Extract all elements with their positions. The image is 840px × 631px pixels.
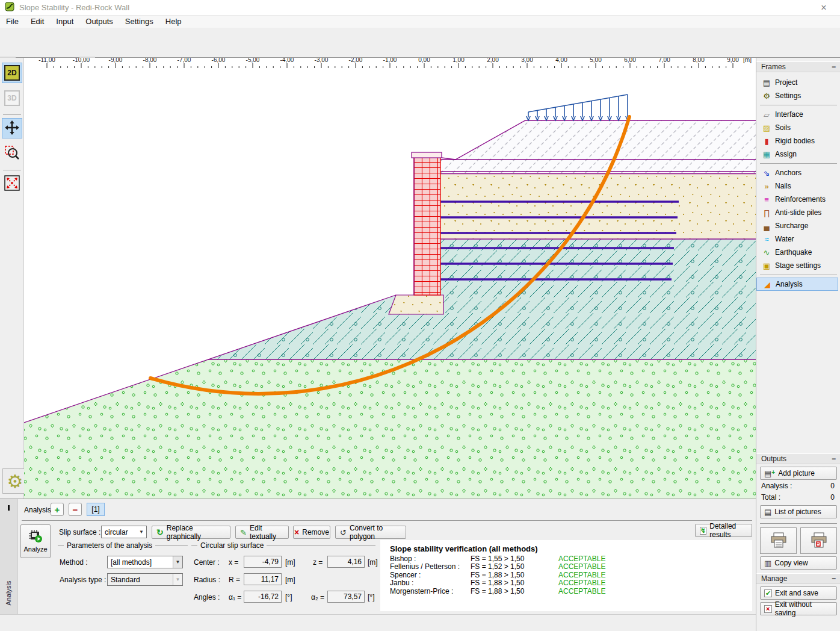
method-select[interactable]: [all methods] ▼ (107, 556, 183, 568)
menu-help[interactable]: Help (159, 16, 188, 28)
view-3d-button[interactable]: 3D (2, 88, 22, 108)
chevron-down-icon: ▼ (173, 574, 182, 585)
svg-text:2,00: 2,00 (487, 58, 499, 63)
view-toolbar: 2D 3D ⚙ (0, 58, 24, 499)
convert-to-polygon-button[interactable]: ↺ Convert to polygon (335, 526, 406, 539)
svg-text:-2,00: -2,00 (349, 58, 363, 63)
menu-file[interactable]: File (0, 16, 25, 28)
3d-icon: 3D (4, 90, 20, 106)
analyze-chip-icon (28, 530, 43, 544)
replace-graphically-button[interactable]: ↻ Replace graphically (152, 526, 230, 539)
gear-icon: ⚙ (7, 471, 23, 492)
menu-settings[interactable]: Settings (119, 16, 159, 28)
sidebar-item-settings[interactable]: ⚙Settings (756, 89, 840, 102)
edit-textually-button[interactable]: ✎ Edit textually (235, 526, 289, 539)
red-x-icon: × (294, 527, 299, 537)
analyze-button[interactable]: Analyze (20, 524, 51, 558)
exit-without-saving-button[interactable]: × Exit without saving (760, 602, 837, 615)
frames-header[interactable]: Frames − (756, 61, 840, 72)
add-picture-button[interactable]: ▤+ Add picture (760, 467, 837, 480)
outputs-collapse-icon[interactable]: − (832, 455, 836, 463)
exit-and-save-button[interactable]: ✔ Exit and save (760, 586, 837, 600)
center-x-field[interactable]: -4,79 (244, 556, 282, 568)
window-title: Slope Stability - Redi-Rock Wall (19, 3, 129, 12)
copy-view-button[interactable]: ▥ Copy view (760, 556, 837, 570)
close-icon[interactable]: × (816, 2, 832, 14)
move-arrows-icon (4, 120, 20, 137)
retaining-wall (412, 152, 442, 295)
add-analysis-button[interactable]: + (51, 503, 64, 516)
sidebar-item-project[interactable]: ▤Project (756, 76, 840, 89)
result-row-morgenstern: Morgenstern-Price :FS = 1,88 > 1,50ACCEP… (390, 588, 743, 595)
alpha2-field[interactable]: 73,57 (327, 591, 365, 603)
analysis-tab-1[interactable]: [1] (87, 503, 105, 516)
radius-field[interactable]: 11,17 (244, 573, 282, 585)
sidebar-item-rigid-bodies[interactable]: ▮Rigid bodies (756, 134, 840, 148)
printer-document-icon (810, 532, 828, 550)
chevron-down-icon: ▼ (173, 556, 182, 568)
menu-outputs[interactable]: Outputs (79, 16, 119, 28)
circular-slip-group: Circular slip surface Center : x = -4,79… (191, 542, 375, 608)
result-row-bishop: Bishop :FS = 1,55 > 1,50ACCEPTABLE (390, 555, 743, 563)
sidebar-item-analysis[interactable]: ◢Analysis (756, 278, 838, 291)
analysis-type-label: Analysis type : (60, 576, 106, 584)
svg-text:-4,00: -4,00 (280, 58, 294, 63)
main-toolbar: Edit ↶ ▾ ↷ ▾ Stage + − [1] (0, 28, 840, 58)
view-2d-button[interactable]: 2D (2, 63, 22, 83)
detailed-results-button[interactable]: ↯ Detailed results (695, 524, 752, 537)
alpha1-field[interactable]: -16,72 (244, 591, 282, 603)
remove-analysis-button[interactable]: − (69, 503, 82, 516)
fit-to-screen-button[interactable] (2, 173, 22, 194)
print-document-button[interactable] (800, 527, 837, 554)
sidebar-item-anti-slide-piles[interactable]: ∏Anti-slide piles (756, 206, 840, 219)
manage-collapse-icon[interactable]: − (832, 574, 836, 583)
center-z-field[interactable]: 4,16 (327, 556, 365, 568)
svg-text:-9,00: -9,00 (109, 58, 123, 63)
alpha2-label: α₂ = (311, 593, 324, 601)
svg-text:[m]: [m] (743, 58, 752, 63)
zoom-button[interactable] (2, 143, 22, 164)
sidebar-item-stage-settings[interactable]: ▣Stage settings (756, 259, 840, 272)
remove-button[interactable]: × Remove (293, 526, 330, 539)
sidebar-item-surcharge[interactable]: ▄Surcharge (756, 219, 840, 232)
sidebar-item-reinforcements[interactable]: ≡Reinforcements (756, 193, 840, 206)
svg-text:6,00: 6,00 (624, 58, 636, 63)
total-count-row: Total :0 (756, 492, 840, 503)
slip-surface-select[interactable]: circular ▼ (101, 526, 147, 538)
status-badge: ACCEPTABLE (558, 571, 605, 579)
sidebar-item-soils[interactable]: ▨Soils (756, 121, 840, 134)
settings-icon: ⚙ (762, 92, 771, 101)
svg-text:8,00: 8,00 (693, 58, 705, 63)
title-bar: Slope Stability - Redi-Rock Wall × (0, 0, 840, 16)
sidebar-item-water[interactable]: ≈Water (756, 232, 840, 246)
menu-edit[interactable]: Edit (25, 16, 50, 28)
sidebar-item-anchors[interactable]: ⇘Anchors (756, 166, 840, 179)
sidebar-item-earthquake[interactable]: ∿Earthquake (756, 246, 840, 259)
add-picture-icon: ▤+ (764, 469, 775, 478)
outputs-header[interactable]: Outputs − (756, 453, 840, 464)
svg-text:-11,00: -11,00 (39, 58, 55, 63)
rotate-arrow-icon: ↺ (340, 528, 347, 537)
status-bar (0, 614, 756, 631)
analysis-count-row: Analysis :0 (756, 480, 840, 492)
analysis-panel-side-tab[interactable]: Analysis (0, 499, 18, 615)
sidebar-item-interface[interactable]: ▱Interface (756, 108, 840, 121)
analysis-icon: ◢ (762, 280, 772, 289)
parameters-group: Parameters of the analysis Method : [all… (58, 542, 188, 602)
sidebar-item-nails[interactable]: »Nails (756, 179, 840, 193)
sidebar-item-assign[interactable]: ▦Assign (756, 148, 840, 161)
svg-text:-7,00: -7,00 (178, 58, 191, 63)
alpha1-label: α₁ = (229, 593, 241, 601)
print-preview-button[interactable] (760, 527, 797, 554)
drawing-canvas[interactable]: -11,00-10,00-9,00-8,00-7,00-6,00-5,00-4,… (24, 58, 756, 499)
menu-input[interactable]: Input (50, 16, 79, 28)
interface-icon: ▱ (762, 110, 771, 119)
anti-slide-piles-icon: ∏ (762, 208, 771, 217)
result-row-spencer: Spencer :FS = 1,88 > 1,50ACCEPTABLE (390, 571, 743, 579)
frames-collapse-icon[interactable]: − (832, 63, 836, 71)
list-of-pictures-button[interactable]: ▤ List of pictures (760, 505, 837, 518)
chevron-down-icon: ▼ (137, 526, 146, 538)
svg-text:3,00: 3,00 (521, 58, 533, 63)
manage-header[interactable]: Manage − (756, 573, 840, 584)
pan-button[interactable] (2, 118, 22, 138)
